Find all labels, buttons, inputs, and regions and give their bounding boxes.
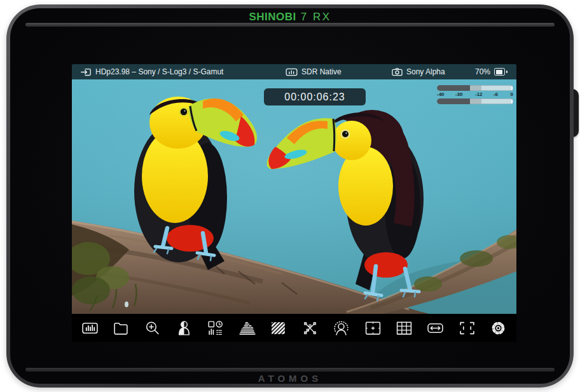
video-feed[interactable]: 00:00:06:23 -40 -30 -12 -6 0 — [72, 79, 516, 314]
bezel-chamfer-top — [25, 23, 555, 27]
frame-guides-button[interactable] — [363, 318, 382, 337]
battery-icon — [494, 68, 508, 76]
vectorscope-button[interactable] — [300, 318, 319, 337]
subject-detect-button[interactable] — [332, 318, 351, 337]
display-mode-label: SDR Native — [301, 67, 342, 76]
display-mode-icon — [286, 68, 298, 76]
zebra-icon — [270, 320, 287, 337]
audio-meter-ch1 — [437, 85, 513, 91]
battery-status[interactable]: 70% — [475, 64, 508, 79]
monitor-device: SHINOBI7 RX HDp23.98 – Sony / S-Log3 / S… — [6, 4, 574, 388]
brand-name: SHINOBI — [249, 11, 296, 23]
input-status[interactable]: HDp23.98 – Sony / S-Log3 / S-Gamut — [80, 64, 223, 79]
monitor-toolbar — [72, 314, 516, 342]
source-label: Sony Alpha — [406, 67, 445, 76]
vectorscope-icon — [301, 320, 319, 337]
safe-area-icon — [459, 320, 476, 337]
focus-peaking-button[interactable] — [174, 318, 193, 337]
waveform-icon — [238, 320, 256, 337]
focus-peaking-icon — [176, 320, 193, 337]
input-label: HDp23.98 – Sony / S-Log3 / S-Gamut — [95, 67, 223, 76]
audio-meters[interactable]: -40 -30 -12 -6 0 — [437, 85, 513, 104]
front-bezel: SHINOBI7 RX HDp23.98 – Sony / S-Log3 / S… — [10, 8, 570, 384]
playback-folder-button[interactable] — [111, 318, 130, 337]
safe-area-button[interactable] — [457, 318, 476, 337]
osd-overlays-icon — [207, 320, 224, 337]
timecode-value: 00:00:06:23 — [284, 91, 345, 103]
audio-meter-ch2 — [437, 98, 513, 104]
subject-detect-icon — [333, 320, 350, 337]
histogram-icon — [81, 320, 99, 337]
camera-icon — [392, 67, 403, 76]
bezel-chamfer-bottom — [25, 368, 555, 372]
display-mode-status[interactable]: SDR Native — [286, 64, 342, 79]
brand-logo: SHINOBI7 RX — [10, 11, 570, 24]
playback-folder-icon — [113, 320, 130, 337]
osd-overlays-button[interactable] — [206, 318, 225, 337]
zoom-icon — [144, 320, 161, 337]
grid-button[interactable] — [395, 318, 414, 337]
histogram-button[interactable] — [80, 318, 99, 337]
input-icon — [80, 67, 92, 77]
audio-meter-scale: -40 -30 -12 -6 0 — [437, 91, 513, 98]
footer-brand: ATOMOS — [10, 373, 570, 384]
waveform-button[interactable] — [237, 318, 256, 337]
battery-percent: 70% — [475, 67, 490, 76]
timecode-display[interactable]: 00:00:06:23 — [264, 88, 366, 105]
status-bar: HDp23.98 – Sony / S-Log3 / S-Gamut SDR N… — [72, 64, 516, 79]
anamorphic-desqueeze-button[interactable] — [426, 318, 445, 337]
zebra-button[interactable] — [269, 318, 288, 337]
touchscreen[interactable]: HDp23.98 – Sony / S-Log3 / S-Gamut SDR N… — [72, 64, 516, 342]
model-name: 7 RX — [301, 11, 331, 23]
frame-guides-icon — [364, 320, 382, 337]
zoom-button[interactable] — [143, 318, 162, 337]
settings-button[interactable] — [489, 318, 508, 337]
settings-icon — [490, 320, 507, 337]
toucan-scene — [72, 79, 516, 314]
source-status[interactable]: Sony Alpha — [392, 64, 445, 79]
anamorphic-desqueeze-icon — [427, 320, 444, 337]
grid-icon — [396, 320, 413, 337]
